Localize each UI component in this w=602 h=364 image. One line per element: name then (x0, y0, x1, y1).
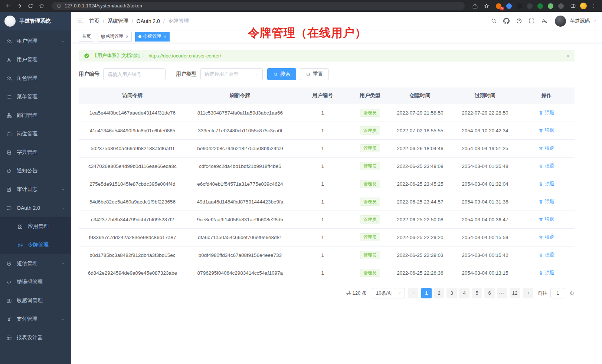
sidebar-item[interactable]: 短信管理 (0, 254, 71, 273)
goto-page-input[interactable] (550, 288, 565, 298)
sidebar-item[interactable]: 租户管理 (0, 32, 71, 50)
access-token-cell: 502375b8040a469a9b82188afdf6af1f (79, 139, 186, 157)
more-pages-button[interactable]: ··· (497, 288, 507, 298)
created-time-cell: 2022-06-26 18:04:46 (389, 139, 452, 157)
tab-item[interactable]: 敏感词管理× (98, 32, 132, 42)
sidebar-item[interactable]: 应用管理 (0, 217, 71, 236)
extension-blue-icon[interactable] (506, 3, 512, 9)
tab-label: 首页 (82, 33, 91, 40)
extension-gray-icon[interactable] (527, 3, 533, 9)
expire-time-cell: 2054-03-04 19:51:25 (452, 139, 518, 157)
sidebar-item[interactable]: 支付管理 (0, 310, 71, 328)
sidebar-item-label: 通知公告 (17, 168, 37, 174)
force-logout-button[interactable]: 强退 (539, 198, 554, 205)
tab-item[interactable]: 首页 (79, 32, 94, 42)
page-number-button[interactable]: 1 (421, 288, 432, 298)
page-number-button[interactable]: 6 (484, 288, 495, 298)
page-number-button[interactable]: 2 (434, 288, 444, 298)
page-number-button[interactable]: 4 (459, 288, 470, 298)
sidebar-item[interactable]: 令牌管理 (0, 236, 71, 254)
breadcrumb-item[interactable]: 系统管理 (108, 18, 128, 24)
page-number-button[interactable]: 5 (472, 288, 482, 298)
tab-close-icon[interactable]: × (126, 34, 128, 39)
browser-profile-avatar[interactable] (580, 3, 587, 9)
sidebar-item[interactable]: 报表设计器 (0, 328, 71, 347)
sidebar-toggle-button[interactable] (74, 15, 86, 27)
force-logout-button[interactable]: 强退 (539, 181, 554, 187)
font-size-button[interactable] (539, 16, 549, 26)
reset-button[interactable]: 重置 (300, 68, 329, 80)
created-time-cell: 2022-06-25 22:29:20 (389, 228, 452, 246)
tab-item[interactable]: 令牌管理× (135, 32, 170, 42)
sidebar-item[interactable]: OAuth 2.0 (0, 199, 71, 217)
token-table: 访问令牌刷新令牌用户编号用户类型创建时间过期时间操作 1ea5e44f8bc14… (79, 87, 575, 282)
browser-menu-button[interactable] (589, 1, 598, 10)
sidebar-item[interactable]: 用户管理 (0, 50, 71, 69)
fullscreen-button[interactable] (527, 16, 536, 26)
page-size-select[interactable]: 10条/页 (372, 288, 405, 298)
sidebar-item[interactable]: 菜单管理 (0, 87, 71, 106)
sidebar-item[interactable]: 敏感词管理 (0, 291, 71, 310)
share-button[interactable] (471, 1, 480, 10)
extension-dark-icon[interactable] (558, 3, 564, 9)
delete-icon (539, 128, 543, 133)
user-id-input[interactable] (103, 68, 166, 80)
site-info-icon[interactable] (56, 3, 62, 9)
refresh-icon (306, 72, 311, 77)
sidebar-item[interactable]: 字典管理 (0, 143, 71, 162)
help-button[interactable] (514, 16, 524, 26)
breadcrumb-item[interactable]: 首页 (89, 18, 99, 24)
alert-doc-link[interactable]: https://doc.iocoder.cn/user-center/ (148, 53, 221, 59)
back-button[interactable] (4, 1, 13, 10)
url-bar[interactable]: 127.0.0.1:1024/system/oauth2/token (52, 2, 465, 10)
side-panel-button[interactable] (569, 1, 578, 10)
force-logout-button[interactable]: 强退 (539, 234, 554, 241)
breadcrumb-item[interactable]: OAuth 2.0 (137, 18, 160, 24)
force-logout-button[interactable]: 强退 (539, 269, 554, 276)
app-logo[interactable]: 芋道管理系统 (0, 12, 71, 30)
sidebar-item-label: 支付管理 (17, 316, 37, 322)
user-name[interactable]: 芋道源码 (570, 18, 590, 24)
forward-button[interactable] (15, 1, 24, 10)
github-button[interactable] (501, 16, 511, 26)
created-time-cell: 2022-06-25 22:50:08 (389, 211, 452, 228)
sidebar-item[interactable]: 岗位管理 (0, 125, 71, 143)
bookmark-button[interactable] (482, 1, 491, 10)
delete-icon (539, 199, 543, 204)
sidebar-item[interactable]: 审计日志 (0, 180, 71, 199)
user-avatar[interactable] (555, 16, 566, 27)
home-button[interactable] (37, 1, 46, 10)
force-logout-button[interactable]: 强退 (539, 216, 554, 223)
search-button[interactable] (489, 16, 498, 26)
force-logout-button[interactable]: 强退 (539, 163, 554, 169)
sidebar-item[interactable]: 部门管理 (0, 106, 71, 125)
access-token-cell: c342377bf8b344799dcbf7bf095287f2 (79, 211, 186, 228)
force-logout-button[interactable]: 强退 (539, 252, 554, 258)
tab-close-icon[interactable]: × (164, 34, 166, 39)
reload-button[interactable] (26, 1, 35, 10)
extension-green-icon[interactable] (537, 3, 543, 9)
page-number-button[interactable]: 3 (446, 288, 457, 298)
sidebar-item[interactable]: 错误码管理 (0, 273, 71, 291)
user-type-select[interactable]: 请选择用户类型 (200, 68, 263, 80)
sidebar-item[interactable]: 角色管理 (0, 69, 71, 87)
force-logout-button[interactable]: 强退 (539, 109, 554, 116)
alert-close-icon[interactable]: × (566, 53, 569, 59)
force-logout-button[interactable]: 强退 (539, 145, 554, 152)
extension-lime-icon[interactable] (548, 3, 553, 9)
sidebar-item[interactable]: 通知公告 (0, 162, 71, 180)
org-tree-icon (6, 113, 12, 118)
user-type-cell: 管理员 (351, 104, 389, 122)
page-number-button[interactable]: 12 (510, 288, 520, 298)
user-menu-caret-icon[interactable] (593, 19, 597, 23)
table-row: c347026e805e4d99b0d116eae66eda8ccdfc4ce9… (79, 157, 575, 175)
search-submit-button[interactable]: 搜索 (267, 68, 296, 80)
goto-unit: 页 (570, 290, 575, 297)
delete-icon (539, 235, 543, 240)
extension-black-icon[interactable] (517, 3, 522, 9)
prev-page-button[interactable] (408, 288, 418, 298)
force-logout-button[interactable]: 强退 (539, 127, 554, 134)
next-page-button[interactable] (523, 288, 533, 298)
access-token-cell: 275e5de9151045fe87cbdc395e004f4d (79, 175, 186, 193)
extension-grid-icon[interactable]: 0 (496, 3, 501, 9)
